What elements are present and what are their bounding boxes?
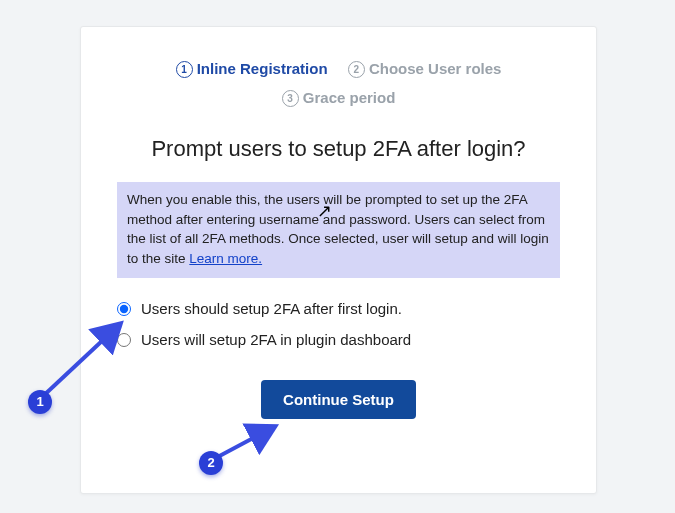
option-label: Users will setup 2FA in plugin dashboard — [141, 331, 411, 348]
wizard-steps: 1 Inline Registration 2 Choose User role… — [81, 27, 596, 112]
radio-after-first-login[interactable] — [117, 302, 131, 316]
step-label: Grace period — [303, 89, 396, 106]
learn-more-link[interactable]: Learn more. — [189, 251, 262, 266]
option-label: Users should setup 2FA after first login… — [141, 300, 402, 317]
step-label: Choose User roles — [369, 60, 502, 77]
step-number-icon: 2 — [348, 61, 365, 78]
annotation-badge-1: 1 — [28, 390, 52, 414]
step-inline-registration[interactable]: 1 Inline Registration — [176, 55, 328, 84]
annotation-badge-2: 2 — [199, 451, 223, 475]
continue-setup-button[interactable]: Continue Setup — [261, 380, 416, 419]
step-grace-period[interactable]: 3 Grace period — [282, 84, 396, 113]
step-number-icon: 3 — [282, 90, 299, 107]
cursor-icon: ↖ — [317, 200, 332, 222]
step-label: Inline Registration — [197, 60, 328, 77]
option-plugin-dashboard[interactable]: Users will setup 2FA in plugin dashboard — [117, 331, 596, 348]
radio-plugin-dashboard[interactable] — [117, 333, 131, 347]
setup-card: 1 Inline Registration 2 Choose User role… — [80, 26, 597, 494]
info-box: When you enable this, the users will be … — [117, 182, 560, 278]
step-number-icon: 1 — [176, 61, 193, 78]
option-after-first-login[interactable]: Users should setup 2FA after first login… — [117, 300, 596, 317]
page-title: Prompt users to setup 2FA after login? — [81, 136, 596, 162]
radio-group: Users should setup 2FA after first login… — [117, 300, 596, 348]
step-choose-user-roles[interactable]: 2 Choose User roles — [348, 55, 502, 84]
